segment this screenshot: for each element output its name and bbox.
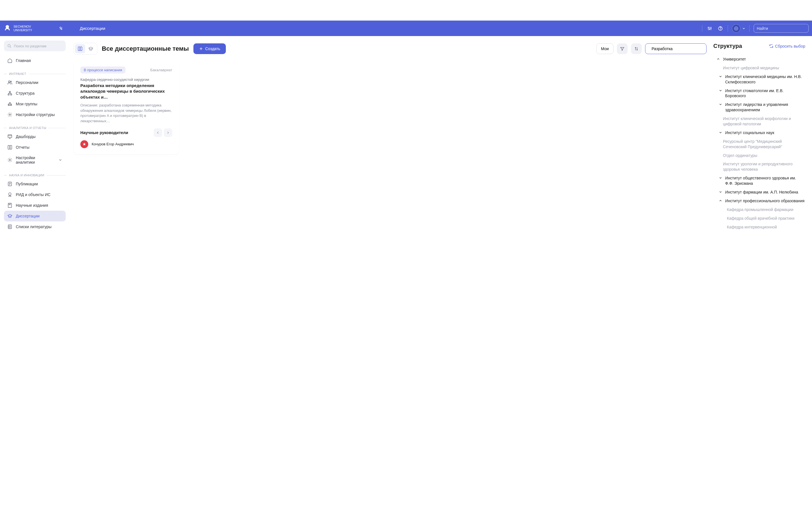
- sort-button[interactable]: [631, 43, 642, 54]
- svg-point-4: [709, 29, 710, 30]
- create-button[interactable]: Создать: [193, 43, 226, 54]
- tree-label: Институт урологии и репродуктивного здор…: [723, 161, 805, 172]
- sidebar-search-input[interactable]: [14, 44, 62, 48]
- svg-rect-18: [8, 94, 9, 95]
- tree-label: Отдел ординатуры: [723, 153, 805, 158]
- svg-rect-19: [10, 94, 12, 95]
- department-label: Кафедра сердечно-сосудистой хирургии: [80, 77, 172, 82]
- page-search-input[interactable]: [652, 47, 701, 51]
- chevron-icon: [719, 103, 722, 106]
- tree-item[interactable]: Институт социальных наук: [713, 128, 805, 137]
- svg-point-16: [10, 81, 12, 82]
- nav-label: Настройки аналитики: [16, 156, 55, 165]
- page-title: Все диссертационные темы: [102, 45, 189, 52]
- tree-item[interactable]: Отдел ординатуры: [713, 151, 805, 160]
- level-label: Бакалавриат: [150, 68, 172, 72]
- sidebar-search[interactable]: [4, 41, 66, 51]
- help-icon: [718, 26, 723, 31]
- tree-item[interactable]: Институт цифровой медицины: [713, 64, 805, 72]
- nav-label: Главная: [16, 58, 31, 63]
- global-search-input[interactable]: [757, 26, 806, 31]
- nav-reports[interactable]: Отчеты: [4, 142, 66, 153]
- chevron-icon: [719, 131, 722, 134]
- tree-label: Кафедра общей врачебной практики: [727, 216, 805, 221]
- nav-home[interactable]: Главная: [4, 55, 66, 66]
- tree-item[interactable]: Институт клинической морфологии и цифров…: [713, 114, 805, 128]
- tree-item[interactable]: Институт клинической медицины им. Н.В. С…: [713, 72, 805, 87]
- svg-point-3: [708, 27, 709, 28]
- filter-button[interactable]: [617, 43, 627, 54]
- tree-item[interactable]: Кафедра промышленной фармации: [713, 205, 805, 214]
- tree-item[interactable]: Институт урологии и репродуктивного здор…: [713, 160, 805, 174]
- page-search[interactable]: [645, 43, 707, 54]
- supervisor-avatar: [80, 140, 88, 148]
- structure-icon: [7, 91, 12, 96]
- svg-point-7: [720, 29, 721, 30]
- tree-item[interactable]: Институт профессионального образования: [713, 196, 805, 205]
- prev-supervisor-button[interactable]: [154, 128, 162, 137]
- tree-item[interactable]: Ресурсный центр "Медицинский Сеченовский…: [713, 137, 805, 151]
- chevron-down-icon: [742, 27, 746, 30]
- nav-bibliography[interactable]: Списки литературы: [4, 221, 66, 232]
- svg-point-36: [9, 227, 9, 227]
- structure-panel: Структура Сбросить выбор Университет Инс…: [713, 43, 805, 232]
- nav-structure[interactable]: Структура: [4, 88, 66, 99]
- nav-structure-settings[interactable]: Настройки структуры: [4, 109, 66, 120]
- logo-text-bottom: UNIVERSITY: [13, 29, 32, 32]
- nav-journals[interactable]: Научные издания: [4, 200, 66, 211]
- graduation-icon: [88, 46, 93, 51]
- tree-label: Институт цифровой медицины: [723, 65, 805, 71]
- tab-defended[interactable]: [86, 44, 96, 53]
- pin-icon: [59, 26, 63, 31]
- nav-ip[interactable]: РИД и объекты ИС: [4, 189, 66, 200]
- logo[interactable]: SECHENOVUNIVERSITY: [3, 24, 32, 33]
- nav-publications[interactable]: Публикации: [4, 179, 66, 189]
- tree-item[interactable]: Институт фармации им. А.П. Нелюбина: [713, 188, 805, 196]
- user-menu[interactable]: [732, 24, 746, 33]
- svg-point-13: [8, 44, 10, 47]
- plus-icon: [199, 47, 203, 51]
- nav-label: Мои группы: [16, 102, 37, 106]
- tree-label: Ресурсный центр "Медицинский Сеченовский…: [723, 139, 805, 150]
- mine-filter-button[interactable]: Мои: [596, 43, 613, 54]
- reset-label: Сбросить выбор: [775, 44, 805, 48]
- svg-point-35: [9, 226, 9, 226]
- settings-button[interactable]: [706, 25, 713, 32]
- pin-button[interactable]: [57, 25, 64, 32]
- svg-point-21: [8, 104, 9, 105]
- tree-item[interactable]: Институт общественного здоровья им. Ф.Ф.…: [713, 174, 805, 188]
- dashboard-icon: [7, 134, 12, 139]
- chevron-icon: [719, 89, 722, 93]
- tree-item[interactable]: Институт стоматологии им. Е.В. Боровског…: [713, 87, 805, 101]
- svg-rect-24: [8, 135, 12, 138]
- gear-icon: [7, 158, 12, 163]
- help-button[interactable]: [717, 25, 724, 32]
- tree-label: Институт лидерства и управления здравоох…: [725, 102, 805, 113]
- nav-label: Структура: [16, 91, 35, 96]
- tree-root[interactable]: Университет: [713, 55, 805, 64]
- reset-filter-link[interactable]: Сбросить выбор: [769, 44, 805, 48]
- tree-label: Институт профессионального образования: [725, 198, 805, 204]
- tree-label: Кафедра промышленной фармации: [727, 207, 805, 212]
- nav-dissertations[interactable]: Диссертации: [4, 211, 66, 221]
- star-icon: [82, 142, 86, 146]
- dissertation-card[interactable]: В процессе написания Бакалавриат Кафедра…: [73, 60, 179, 154]
- nav-analytics-settings[interactable]: Настройки аналитики: [4, 153, 66, 167]
- nav-dashboards[interactable]: Дашборды: [4, 131, 66, 142]
- header-breadcrumb: Диссертации: [80, 26, 105, 31]
- sort-icon: [634, 47, 639, 51]
- svg-point-23: [9, 114, 11, 115]
- tree-item[interactable]: Кафедра интервенционной: [713, 223, 805, 231]
- global-search[interactable]: [754, 24, 809, 33]
- panel-title: Структура: [713, 43, 742, 49]
- award-icon: [7, 192, 12, 197]
- tree-item[interactable]: Кафедра общей врачебной практики: [713, 214, 805, 223]
- tree-item[interactable]: Институт лидерства и управления здравоох…: [713, 100, 805, 114]
- next-supervisor-button[interactable]: [164, 128, 172, 137]
- supervisor[interactable]: Кочуров Егор Андреевич: [80, 140, 172, 148]
- nav-label: Публикации: [16, 182, 38, 186]
- nav-personnel[interactable]: Персоналии: [4, 77, 66, 88]
- svg-point-20: [9, 103, 11, 104]
- nav-groups[interactable]: Мои группы: [4, 99, 66, 109]
- tab-topics[interactable]: [75, 44, 85, 53]
